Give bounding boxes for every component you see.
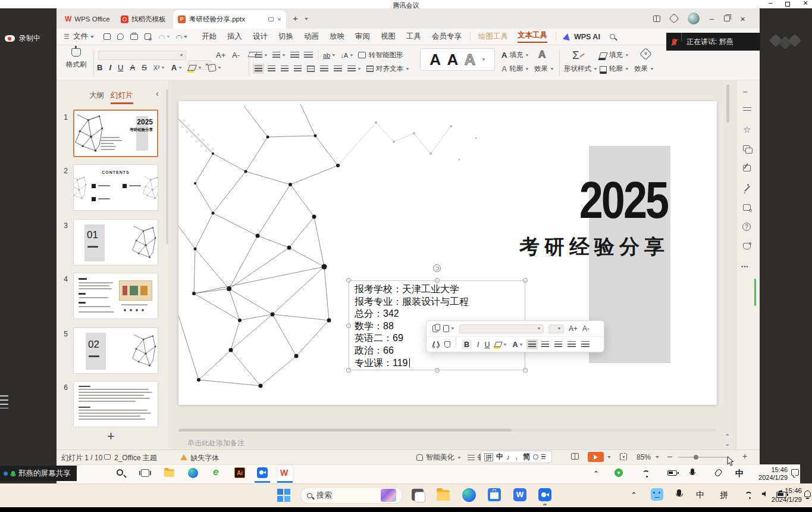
menu-view[interactable]: 视图	[381, 32, 396, 42]
panel-scrollbar[interactable]	[166, 89, 168, 244]
missing-font-warning[interactable]: 缺失字体	[190, 453, 219, 463]
print-icon[interactable]	[130, 34, 138, 40]
win-clock[interactable]: 15:46 2024/1/29	[766, 486, 802, 504]
format-painter-mini-icon[interactable]	[444, 341, 450, 348]
tab-wps-home[interactable]: W WPS Office	[60, 13, 115, 26]
sidebar-settings-icon[interactable]	[743, 107, 751, 113]
shared-wps-icon[interactable]: W	[280, 468, 288, 477]
fit-slide-icon[interactable]	[620, 453, 627, 460]
mini-line-spacing-down[interactable]	[581, 341, 590, 348]
zoom-level[interactable]: 85%	[637, 453, 651, 461]
format-painter-button[interactable]: 格式刷	[64, 48, 88, 69]
rotation-handle[interactable]	[433, 264, 441, 272]
meeting-maximize-button[interactable]	[785, 2, 790, 7]
paragraph-spacing-down-button[interactable]	[334, 65, 342, 72]
undo-chevron[interactable]	[167, 36, 170, 38]
tab-list-chevron[interactable]	[305, 18, 308, 20]
shared-ime-cn[interactable]: 中	[735, 469, 744, 479]
menu-insert[interactable]: 插入	[227, 32, 242, 42]
mini-line-spacing-up[interactable]	[568, 341, 576, 348]
sidebar-more-icon[interactable]: •••	[741, 264, 748, 270]
meeting-minimize-button[interactable]: –	[769, 0, 773, 7]
cube-3d-icon[interactable]	[669, 14, 679, 24]
win-explorer-icon[interactable]	[437, 490, 450, 501]
zoom-slider-thumb[interactable]	[694, 455, 698, 460]
win-notification-bell-icon[interactable]	[804, 491, 811, 497]
wordart-gallery[interactable]: A A A	[420, 48, 495, 71]
mini-increase-font[interactable]: A+	[569, 324, 578, 333]
shared-explorer-icon[interactable]	[164, 469, 174, 477]
increase-font-button[interactable]: A+	[216, 51, 225, 60]
shared-taskview-icon[interactable]	[141, 469, 149, 477]
sidebar-favorites-icon[interactable]: ☆	[743, 124, 751, 135]
mini-bold-button[interactable]: B	[462, 340, 472, 349]
shared-edge-icon[interactable]	[188, 468, 198, 478]
meeting-close-button[interactable]: ×	[803, 0, 808, 8]
redo-icon[interactable]	[176, 35, 182, 39]
line-height-button[interactable]	[347, 65, 361, 72]
menu-animation[interactable]: 动画	[304, 32, 319, 42]
win-taskview-icon[interactable]	[412, 489, 424, 501]
zoom-chevron[interactable]	[656, 456, 659, 458]
text-effect-menu-button[interactable]: 效果	[534, 64, 554, 73]
decrease-font-button[interactable]: A-	[232, 51, 240, 60]
zoom-out-button[interactable]: –	[667, 451, 672, 461]
print-preview-icon[interactable]	[145, 33, 151, 40]
horizontal-scrollbar[interactable]	[178, 429, 717, 432]
shared-battery-icon[interactable]	[667, 470, 677, 476]
shared-illustrator-icon[interactable]: Ai	[234, 467, 245, 478]
mini-italic-button[interactable]: I	[477, 341, 479, 349]
slide-thumbnail-5[interactable]: 02	[73, 327, 158, 374]
menu-wps-ai[interactable]: WPS AI	[574, 33, 600, 41]
superscript-button[interactable]: X²	[153, 64, 165, 71]
numbered-list-button[interactable]	[272, 52, 286, 58]
play-button[interactable]	[588, 452, 604, 462]
shape-effect-button[interactable]: 效果	[634, 64, 654, 73]
menu-text-tools[interactable]: 文本工具	[518, 30, 547, 43]
italic-button[interactable]: I	[109, 64, 111, 71]
save-icon[interactable]	[104, 33, 111, 40]
win-edge-icon[interactable]	[462, 488, 476, 502]
mini-font-color-button[interactable]: A	[512, 341, 523, 349]
wps-close-button[interactable]: ×	[740, 14, 745, 24]
shared-notification-icon[interactable]	[791, 469, 799, 476]
ime-settings-icon[interactable]	[533, 454, 538, 460]
menu-slideshow[interactable]: 放映	[330, 32, 344, 42]
shape-fill-button[interactable]: 填充	[600, 51, 629, 60]
shared-360-icon[interactable]	[615, 469, 623, 477]
decrease-indent-button[interactable]	[290, 52, 299, 58]
underline-button[interactable]: U	[118, 64, 123, 71]
menu-draw-tools[interactable]: 绘图工具	[478, 32, 508, 42]
win-ime-pin[interactable]: 拼	[720, 490, 728, 501]
strike-a-button[interactable]: A	[130, 64, 135, 71]
tab-document-active[interactable]: P 考研经验分享.pptx ×	[173, 10, 286, 29]
tab-split-icon[interactable]	[268, 17, 274, 21]
font-family-select[interactable]	[98, 51, 186, 60]
mini-font-size-select[interactable]	[548, 324, 564, 333]
slide-thumbnail-4[interactable]	[73, 273, 158, 319]
paragraph-spacing-up-button[interactable]	[320, 65, 328, 72]
redo-chevron[interactable]	[184, 36, 187, 38]
search-icon[interactable]	[610, 34, 615, 39]
next-slide-button[interactable]: ⌄	[725, 440, 730, 448]
highlight-color-button[interactable]	[189, 65, 202, 71]
tab-close-icon[interactable]: ×	[277, 15, 281, 24]
sidebar-layers-icon[interactable]	[743, 145, 750, 151]
shared-mic-icon[interactable]	[691, 469, 694, 474]
panel-collapse-icon[interactable]: ‹	[156, 89, 159, 98]
shape-style-button[interactable]: 形状样式	[564, 64, 597, 73]
ime-punct-icon[interactable]: ，	[513, 452, 520, 462]
shared-clock[interactable]: 15:46 2024/1/29	[751, 466, 788, 482]
strike-s-button[interactable]: S	[142, 64, 147, 71]
align-center-button[interactable]	[268, 65, 275, 72]
align-right-button[interactable]	[281, 65, 289, 72]
win-mic-icon[interactable]	[677, 489, 681, 496]
wps-minimize-button[interactable]: –	[710, 14, 714, 23]
mini-underline-button[interactable]: U	[484, 341, 490, 349]
shared-tray-expand-icon[interactable]: ⌃	[593, 470, 599, 478]
sidebar-skin-icon[interactable]	[743, 243, 751, 249]
shape-outline-button[interactable]: 轮廓	[600, 64, 629, 73]
slide-thumbnail-3[interactable]: 01	[73, 219, 158, 266]
win-search-pill[interactable]: 搜索	[300, 487, 403, 504]
shared-meeting-icon[interactable]	[257, 467, 268, 478]
